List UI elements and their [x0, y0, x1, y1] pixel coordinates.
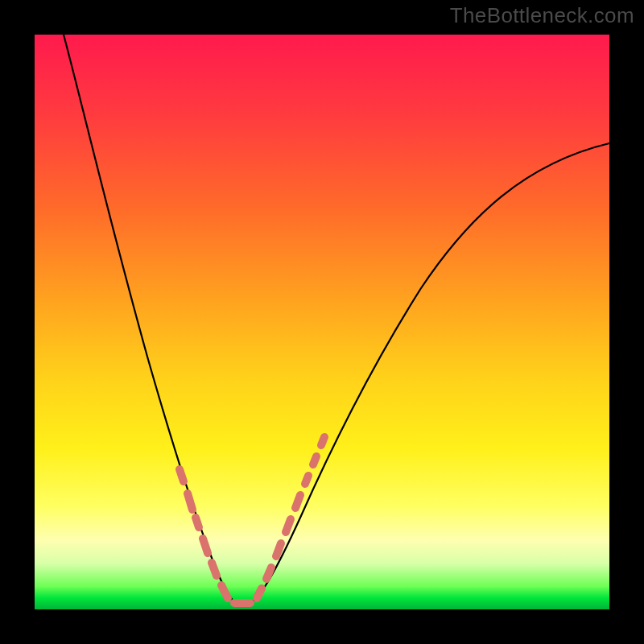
chart-svg — [35, 35, 609, 609]
chart-frame: TheBottleneck.com — [0, 0, 644, 644]
highlight-segments — [180, 437, 324, 603]
plot-area — [35, 35, 609, 609]
watermark-text: TheBottleneck.com — [450, 3, 634, 28]
bottleneck-curve — [64, 35, 609, 605]
